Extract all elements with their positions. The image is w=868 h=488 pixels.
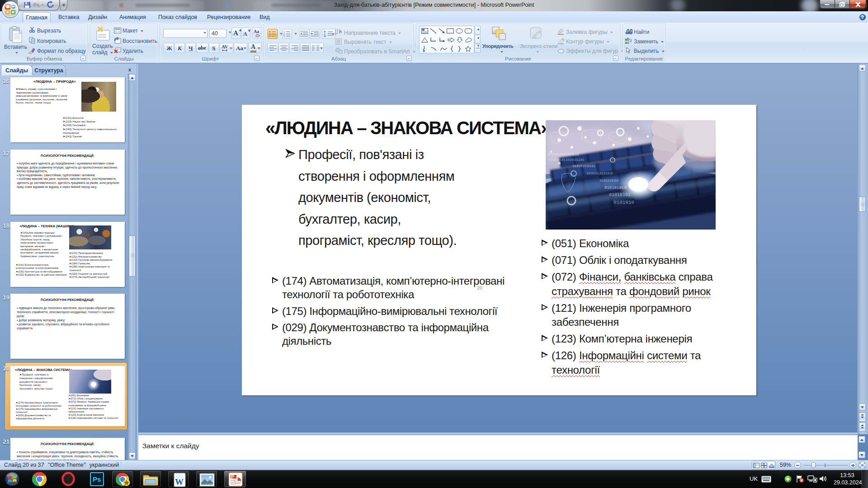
svg-text:W: W (175, 477, 184, 487)
svg-text:10101010101010: 10101010101010 (586, 172, 613, 175)
svg-text:0101010: 0101010 (613, 200, 634, 205)
svg-text:0101010101: 0101010101 (600, 179, 619, 183)
svg-text:P: P (231, 474, 234, 479)
svg-text:A: A (339, 29, 342, 34)
svg-text:01010101: 01010101 (609, 192, 631, 197)
svg-text:1010101011010101101: 1010101011010101101 (548, 158, 585, 162)
svg-text:010101010101: 010101010101 (573, 164, 595, 168)
svg-text:3: 3 (283, 35, 285, 37)
svg-text:010101010: 010101010 (604, 186, 627, 190)
svg-text:0101010101010110: 0101010101010110 (548, 153, 579, 156)
svg-text:ac: ac (625, 40, 629, 44)
